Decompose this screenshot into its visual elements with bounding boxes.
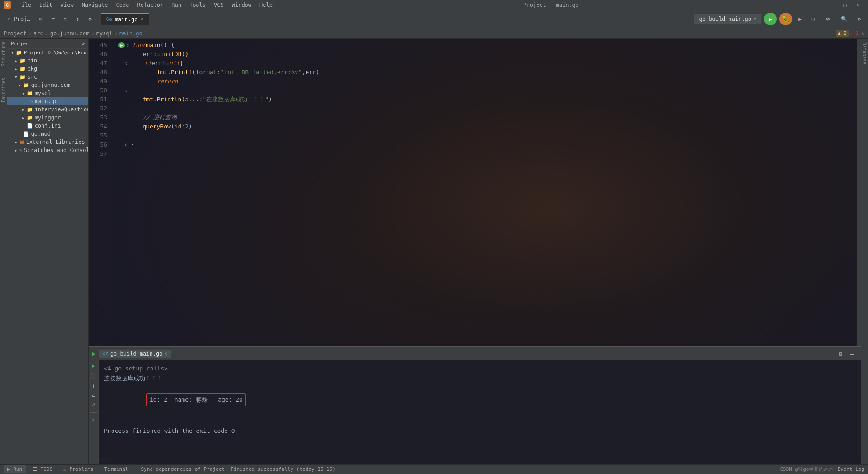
- bottom-tab-run[interactable]: ▶ Run: [4, 465, 26, 473]
- line-num-53: 53: [89, 113, 107, 122]
- bottom-tab-todo[interactable]: ☰ TODO: [29, 465, 56, 473]
- breadcrumb-item-3[interactable]: mysql: [96, 30, 113, 37]
- tree-label: bin: [28, 57, 38, 64]
- breadcrumb-item-1[interactable]: src: [33, 30, 43, 37]
- tree-label: interviewQuestionis: [35, 106, 89, 113]
- main-toolbar: ▾ Proj… ⊕ ≡ ⇅ ↕ ⚙ Go main.go × go build …: [0, 10, 868, 28]
- tab-close-icon[interactable]: ×: [141, 16, 144, 22]
- tree-item-external-libs[interactable]: ▸ 🏛 External Libraries: [7, 138, 88, 146]
- error-count[interactable]: ↓ 1: [849, 30, 859, 36]
- panel-minimize-btn[interactable]: —: [847, 349, 857, 359]
- tree-settings-icon[interactable]: ⚙: [81, 41, 85, 47]
- tree-label: main.go: [35, 98, 58, 104]
- database-panel[interactable]: Database: [861, 39, 868, 464]
- menu-item-tools[interactable]: Tools: [186, 1, 209, 9]
- expand-icon[interactable]: ∧: [861, 30, 864, 37]
- run-tab-close[interactable]: ×: [164, 351, 167, 356]
- tree-item-gojunmu[interactable]: ▾ 📁 go.junmu.com: [7, 81, 88, 89]
- line-num-55: 55: [89, 131, 107, 140]
- soft-wrap-btn[interactable]: ⌙: [90, 392, 98, 400]
- bottom-tab-problems[interactable]: ⚠ Problems: [60, 465, 97, 473]
- debug-button[interactable]: 🐛: [779, 13, 792, 25]
- window-minimize[interactable]: —: [826, 1, 838, 9]
- window-close[interactable]: ✕: [852, 1, 864, 9]
- tree-spacer: [18, 131, 21, 137]
- search-everywhere-btn[interactable]: 🔍: [837, 14, 851, 24]
- tree-item-interview[interactable]: ▸ 📁 interviewQuestionis: [7, 105, 88, 114]
- close-output-btn[interactable]: ✕: [90, 416, 98, 424]
- menu-item-edit[interactable]: Edit: [36, 1, 56, 9]
- toolbar-btn-4[interactable]: ↕: [72, 14, 83, 24]
- tree-label: conf.ini: [35, 123, 61, 129]
- tree-label: External Libraries: [26, 139, 85, 145]
- event-log-btn[interactable]: Event Log: [837, 466, 864, 472]
- tree-header-label: Project: [11, 41, 32, 47]
- tree-item-conf-ini[interactable]: 📄 conf.ini: [7, 122, 88, 130]
- toolbar-btn-3[interactable]: ⇅: [60, 14, 71, 24]
- run-button[interactable]: ▶: [764, 13, 777, 25]
- app-logo: G: [4, 1, 11, 9]
- tree-folder-icon: 📁: [27, 107, 33, 113]
- tree-item-src[interactable]: ▾ 📁 src: [7, 73, 88, 81]
- more-run-btn[interactable]: ≫: [821, 14, 835, 24]
- menu-item-view[interactable]: View: [57, 1, 77, 9]
- menu-item-run[interactable]: Run: [168, 1, 185, 9]
- structure-icon[interactable]: Structure: [1, 42, 6, 66]
- coverage-btn[interactable]: ▶̈: [795, 14, 805, 24]
- menu-item-window[interactable]: Window: [228, 1, 255, 9]
- code-line-46: err := initDB ( ): [118, 50, 857, 59]
- tree-chevron-down-icon: ▾: [14, 74, 18, 80]
- tree-item-pkg[interactable]: ▸ 📁 pkg: [7, 65, 88, 73]
- line-num-52: 52: [89, 104, 107, 113]
- warning-count[interactable]: ▲ 2: [836, 30, 849, 37]
- tree-item-gomod[interactable]: 📄 go.mod: [7, 130, 88, 138]
- bottom-tab-terminal[interactable]: Terminal: [100, 465, 132, 473]
- menu-item-code[interactable]: Code: [113, 1, 133, 9]
- toolbar-settings[interactable]: ⚙: [85, 14, 95, 24]
- print-btn[interactable]: 🖨: [90, 402, 98, 410]
- editor-tab-main-go[interactable]: Go main.go ×: [101, 13, 149, 25]
- tree-folder-icon: 📁: [27, 90, 33, 96]
- panel-settings-btn[interactable]: ⚙: [835, 349, 845, 359]
- bookmark-47: ◇: [125, 59, 129, 68]
- status-right: CSDN @转go重开的木木 Event Log: [780, 466, 864, 473]
- tree-item-scratches[interactable]: ▸ ✎ Scratches and Consoles: [7, 146, 88, 154]
- line-num-48: 48: [89, 68, 107, 77]
- rerun-button[interactable]: ▶: [90, 362, 98, 370]
- tree-item-bin[interactable]: ▸ 📁 bin: [7, 57, 88, 65]
- toolbar-btn-2[interactable]: ≡: [48, 14, 58, 24]
- breadcrumb-item-2[interactable]: go.junmu.com: [50, 30, 90, 37]
- tree-item-mylogger[interactable]: ▸ 📁 mylogger: [7, 114, 88, 122]
- breadcrumb-item-4[interactable]: main.go: [119, 30, 142, 37]
- project-dropdown[interactable]: ▾ Proj…: [4, 14, 34, 24]
- settings-gear-btn[interactable]: ⚙: [854, 14, 864, 24]
- menu-item-refactor[interactable]: Refactor: [133, 1, 167, 9]
- menu-item-vcs[interactable]: VCS: [210, 1, 227, 9]
- output-line-blank: [104, 416, 855, 426]
- tree-item-project[interactable]: ▾ 📁 Project D:\Go\src\Project: [7, 49, 88, 57]
- tree-chevron-right-icon: ▸: [14, 66, 18, 72]
- tree-chevron-down-icon: ▾: [18, 82, 21, 88]
- run-config-selector[interactable]: go build main.go ▾: [694, 14, 761, 24]
- tree-item-mysql[interactable]: ▾ 📁 mysql: [7, 89, 88, 97]
- output-line-setup: <4 go setup calls>: [104, 364, 855, 374]
- breadcrumb-item-0[interactable]: Project: [4, 30, 27, 37]
- stop-button[interactable]: ⬛: [90, 372, 98, 380]
- profile-btn[interactable]: ⊡: [808, 14, 819, 24]
- window-maximize[interactable]: □: [839, 1, 851, 9]
- favorites-icon[interactable]: Favorites: [1, 78, 6, 102]
- scroll-down-btn[interactable]: ↓: [90, 382, 98, 390]
- menu-item-file[interactable]: File: [14, 1, 35, 9]
- toolbar-right: go build main.go ▾ ▶ 🐛 ▶̈ ⊡ ≫ 🔍 ⚙: [694, 13, 864, 25]
- tree-item-main-go[interactable]: G main.go: [7, 97, 88, 105]
- run-output[interactable]: <4 go setup calls> 连接数据库成功！！！ id: 2 name…: [99, 360, 861, 464]
- run-panel-tab[interactable]: go go build main.go ×: [99, 350, 171, 358]
- line-num-57: 57: [89, 149, 107, 158]
- tree-folder-icon: 📁: [27, 115, 33, 121]
- tree-chevron-right-icon: ▸: [14, 147, 18, 153]
- tree-folder-icon: 📁: [19, 74, 26, 80]
- line-num-54: 54: [89, 122, 107, 131]
- toolbar-btn-1[interactable]: ⊕: [36, 14, 46, 24]
- menu-item-help[interactable]: Help: [256, 1, 276, 9]
- menu-item-navigate[interactable]: Navigate: [78, 1, 112, 9]
